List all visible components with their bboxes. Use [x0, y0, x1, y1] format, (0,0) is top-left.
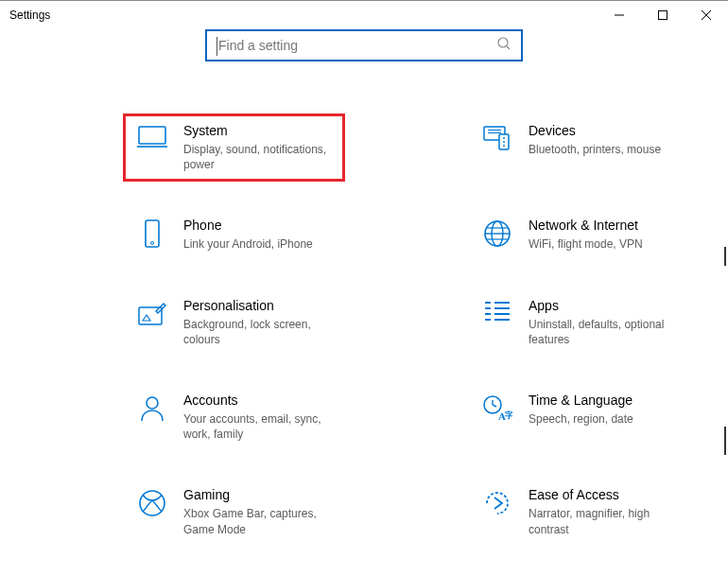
category-title: Personalisation: [183, 298, 336, 313]
category-title: Accounts: [183, 393, 336, 408]
svg-text:字: 字: [505, 410, 512, 420]
svg-rect-1: [659, 11, 667, 20]
category-phone[interactable]: Phone Link your Android, iPhone: [123, 208, 345, 261]
search-icon: [496, 36, 511, 55]
category-personalisation[interactable]: Personalisation Background, lock screen,…: [123, 288, 345, 357]
svg-rect-22: [139, 307, 162, 324]
svg-rect-30: [494, 319, 510, 321]
content-area: System Display, sound, notifications, po…: [0, 29, 728, 547]
svg-line-5: [507, 46, 510, 49]
category-desc: WiFi, flight mode, VPN: [529, 236, 681, 252]
category-time-language[interactable]: A字 Time & Language Speech, region, date: [468, 383, 690, 451]
category-desc: Your accounts, email, sync, work, family: [183, 411, 336, 442]
close-icon: [702, 10, 712, 21]
apps-icon: [481, 300, 513, 332]
svg-rect-6: [139, 127, 165, 144]
category-devices[interactable]: Devices Bluetooth, printers, mouse: [468, 113, 690, 182]
category-title: Phone: [183, 218, 336, 233]
category-desc: Xbox Game Bar, captures, Game Mode: [183, 506, 336, 536]
category-title: Network & Internet: [529, 218, 681, 233]
category-title: System: [183, 123, 336, 138]
time-language-icon: A字: [481, 394, 513, 427]
category-desc: Speech, region, date: [529, 411, 681, 427]
category-desc: Uninstall, defaults, optional features: [529, 317, 681, 347]
svg-rect-26: [485, 319, 491, 321]
search-box[interactable]: [205, 29, 523, 61]
network-icon: [481, 219, 513, 252]
svg-point-14: [503, 145, 505, 147]
svg-line-34: [493, 405, 496, 407]
minimize-button[interactable]: [598, 1, 641, 29]
category-title: Devices: [529, 123, 681, 138]
category-network[interactable]: Network & Internet WiFi, flight mode, VP…: [468, 208, 690, 261]
maximize-icon: [658, 10, 667, 20]
search-input[interactable]: [217, 38, 496, 53]
category-desc: Display, sound, notifications, power: [183, 142, 336, 172]
svg-rect-15: [146, 220, 159, 247]
category-apps[interactable]: Apps Uninstall, defaults, optional featu…: [468, 288, 690, 357]
svg-rect-24: [485, 307, 491, 309]
category-title: Apps: [529, 298, 681, 313]
scrollbar-segment[interactable]: [724, 247, 726, 266]
phone-icon: [136, 219, 168, 252]
svg-point-16: [151, 242, 154, 245]
category-gaming[interactable]: Gaming Xbox Game Bar, captures, Game Mod…: [123, 478, 345, 546]
category-desc: Background, lock screen, colours: [183, 317, 336, 347]
category-title: Ease of Access: [529, 487, 681, 502]
svg-rect-27: [494, 302, 510, 304]
category-system[interactable]: System Display, sound, notifications, po…: [123, 113, 345, 182]
category-grid: System Display, sound, notifications, po…: [0, 113, 728, 547]
svg-point-12: [503, 137, 505, 139]
text-caret: [217, 37, 217, 56]
system-icon: [136, 125, 168, 157]
svg-rect-23: [485, 302, 491, 304]
accounts-icon: [136, 394, 168, 427]
svg-rect-29: [494, 313, 510, 315]
personalisation-icon: [136, 300, 168, 332]
category-desc: Bluetooth, printers, mouse: [529, 142, 681, 157]
devices-icon: [481, 125, 513, 157]
close-button[interactable]: [685, 1, 728, 29]
category-title: Time & Language: [529, 393, 681, 408]
maximize-button[interactable]: [641, 1, 685, 29]
gaming-icon: [136, 489, 168, 521]
category-desc: Link your Android, iPhone: [183, 236, 336, 252]
svg-point-4: [498, 38, 508, 47]
svg-point-13: [503, 141, 505, 143]
svg-rect-25: [485, 313, 491, 315]
category-accounts[interactable]: Accounts Your accounts, email, sync, wor…: [123, 383, 345, 451]
svg-rect-10: [488, 132, 501, 133]
window-title: Settings: [9, 9, 50, 22]
titlebar: Settings: [0, 1, 728, 29]
minimize-icon: [615, 10, 624, 20]
category-title: Gaming: [183, 487, 336, 502]
category-desc: Narrator, magnifier, high contrast: [529, 506, 681, 536]
ease-of-access-icon: [481, 489, 513, 521]
svg-point-31: [147, 397, 158, 409]
svg-rect-28: [494, 307, 510, 309]
scrollbar-segment[interactable]: [724, 427, 726, 455]
category-ease-of-access[interactable]: Ease of Access Narrator, magnifier, high…: [468, 478, 690, 546]
svg-rect-9: [488, 130, 501, 131]
